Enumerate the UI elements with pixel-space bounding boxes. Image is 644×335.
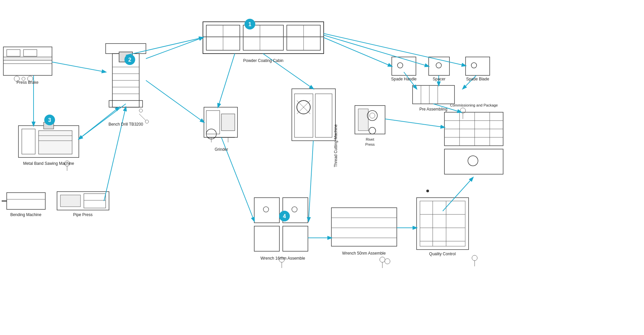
svg-rect-20	[203, 22, 324, 54]
svg-rect-54	[392, 57, 416, 75]
bench-drill-label: Bench Drill TB3200	[108, 122, 143, 127]
svg-point-86	[263, 207, 269, 212]
pre-assembling-label: Pre Assembling	[419, 107, 447, 112]
svg-point-19	[145, 120, 149, 123]
flow-diagram-svg: 1 2 3 4 Press Brake Bench Drill TB3200 P…	[0, 0, 644, 335]
diagram-container: 1 2 3 4 Press Brake Bench Drill TB3200 P…	[0, 0, 644, 335]
svg-rect-3	[3, 57, 52, 60]
rivet-press-machine	[355, 106, 385, 134]
svg-rect-79	[60, 195, 80, 207]
pipe-press-label: Pipe Press	[73, 212, 93, 217]
svg-line-120	[385, 119, 444, 127]
svg-point-51	[367, 111, 377, 121]
grinder-label: Grinder	[215, 147, 228, 152]
svg-rect-98	[420, 201, 465, 246]
svg-line-127	[104, 107, 126, 201]
svg-point-106	[426, 190, 429, 192]
svg-rect-45	[315, 94, 332, 137]
powder-coating-label: Powder Coating Cabin	[243, 58, 283, 63]
bending-machine-label: Bending Machine	[10, 212, 42, 217]
quality-control-label: Quality Control	[429, 252, 455, 256]
rivet-press-label2: Press	[365, 142, 375, 146]
spade-handle-part	[392, 57, 416, 75]
svg-rect-75	[7, 193, 45, 209]
svg-rect-38	[221, 114, 235, 131]
rivet-press-label: Rivet	[366, 137, 374, 141]
svg-line-107	[52, 62, 106, 72]
svg-point-57	[436, 63, 441, 68]
svg-rect-29	[22, 129, 35, 154]
thread-cutting-label: Thread Cutting Machine	[333, 124, 338, 167]
bending-machine	[2, 193, 45, 209]
commissioning-label: Commissioning and Package	[450, 103, 498, 107]
svg-point-52	[370, 113, 375, 118]
svg-line-123	[218, 54, 235, 107]
spade-handle-label: Spade Handle	[391, 77, 417, 81]
powder-coating-machine	[203, 22, 324, 54]
svg-rect-1	[7, 50, 20, 56]
svg-rect-0	[3, 47, 52, 75]
pipe-press-machine	[57, 192, 109, 210]
svg-rect-97	[417, 198, 469, 250]
spade-blade-part	[466, 57, 490, 75]
svg-rect-80	[84, 194, 106, 208]
svg-point-96	[385, 259, 390, 264]
svg-line-121	[309, 141, 313, 221]
svg-point-59	[471, 63, 477, 68]
svg-point-87	[292, 207, 297, 212]
spacer-label: Spacer	[433, 77, 445, 81]
pre-assembling-station	[413, 85, 466, 119]
svg-rect-84	[254, 226, 279, 251]
svg-rect-43	[292, 89, 335, 141]
svg-point-104	[472, 255, 477, 261]
svg-line-114	[324, 34, 466, 66]
svg-line-18	[139, 114, 146, 121]
svg-line-111	[146, 80, 204, 122]
wrench-50nm-label: Wrench 50nm Assemble	[342, 251, 386, 256]
svg-rect-50	[358, 109, 368, 131]
svg-rect-85	[283, 226, 308, 251]
svg-rect-60	[413, 85, 454, 104]
badge-4-label: 4	[283, 213, 286, 219]
svg-point-17	[139, 109, 143, 112]
svg-point-55	[397, 63, 403, 68]
svg-rect-82	[254, 198, 279, 223]
svg-rect-58	[466, 57, 490, 75]
svg-rect-73	[444, 149, 503, 174]
grinder-machine	[204, 107, 237, 142]
press-brake-label: Press Brake	[16, 80, 39, 85]
svg-line-129	[126, 38, 203, 55]
svg-rect-90	[331, 208, 397, 246]
svg-point-53	[369, 127, 376, 134]
spade-blade-label: Spade Blade	[466, 77, 489, 81]
badge-3-label: 3	[48, 117, 51, 123]
svg-line-109	[146, 38, 203, 59]
svg-rect-37	[206, 111, 220, 134]
svg-rect-2	[23, 50, 37, 56]
svg-line-112	[324, 38, 392, 66]
wrench-16mm-label: Wrench 16mm Assemble	[260, 256, 305, 261]
metal-band-saw-label: Metal Band Sawing Machine	[23, 161, 74, 166]
commissioning-package-machine	[444, 112, 503, 174]
press-brake-machine	[3, 47, 52, 81]
svg-rect-30	[39, 131, 72, 154]
badge-1-label: 1	[249, 21, 252, 27]
thread-cutting-machine	[292, 89, 335, 141]
svg-point-94	[380, 257, 385, 262]
svg-point-74	[468, 156, 478, 166]
badge-2-label: 2	[128, 57, 131, 63]
wrench-50nm-station	[331, 208, 397, 268]
svg-line-113	[324, 35, 429, 66]
